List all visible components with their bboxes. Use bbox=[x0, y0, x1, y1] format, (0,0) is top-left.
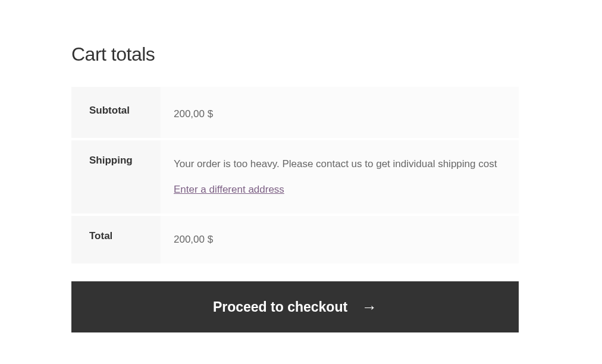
checkout-button-label: Proceed to checkout bbox=[213, 299, 347, 315]
proceed-to-checkout-button[interactable]: Proceed to checkout → bbox=[71, 281, 519, 332]
shipping-row: Shipping Your order is too heavy. Please… bbox=[71, 140, 519, 214]
total-row: Total 200,00 $ bbox=[71, 216, 519, 263]
subtotal-row: Subtotal 200,00 $ bbox=[71, 87, 519, 138]
shipping-cell: Your order is too heavy. Please contact … bbox=[161, 140, 519, 214]
shipping-message: Your order is too heavy. Please contact … bbox=[174, 155, 501, 174]
cart-totals-table: Subtotal 200,00 $ Shipping Your order is… bbox=[71, 87, 519, 263]
total-value: 200,00 $ bbox=[161, 216, 519, 263]
cart-totals-heading: Cart totals bbox=[71, 43, 531, 65]
subtotal-label: Subtotal bbox=[71, 87, 161, 138]
enter-different-address-link[interactable]: Enter a different address bbox=[174, 184, 284, 195]
arrow-right-icon: → bbox=[362, 298, 377, 316]
total-label: Total bbox=[71, 216, 161, 263]
shipping-label: Shipping bbox=[71, 140, 161, 214]
subtotal-value: 200,00 $ bbox=[161, 87, 519, 138]
